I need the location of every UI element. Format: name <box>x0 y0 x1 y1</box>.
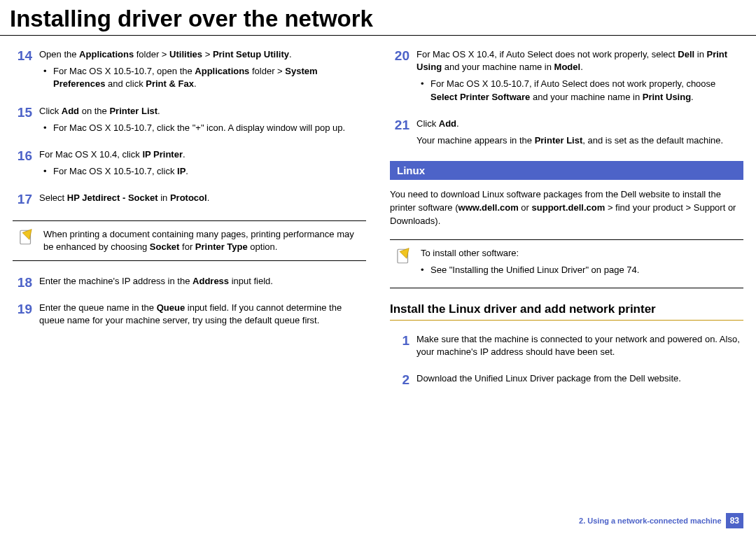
step-14: 14 Open the Applications folder > Utilit… <box>13 48 366 95</box>
footer-page-number: 83 <box>726 513 743 528</box>
step-body: Download the Unified Linux Driver packag… <box>416 372 743 389</box>
step-15: 15 Click Add on the Printer List. • For … <box>13 105 366 139</box>
bullet-dot: • <box>43 65 48 90</box>
step-body: Click Add on the Printer List. • For Mac… <box>39 105 366 139</box>
step-text: For Mac OS X 10.4, if Auto Select does n… <box>416 48 743 73</box>
step-body: Make sure that the machine is connected … <box>416 333 743 363</box>
linux-step-1: 1 Make sure that the machine is connecte… <box>390 333 743 363</box>
bullet-text: See "Installing the Unified Linux Driver… <box>430 264 639 276</box>
note-box: When printing a document containing many… <box>13 220 366 261</box>
step-number: 18 <box>13 275 32 292</box>
step-number: 20 <box>390 48 410 108</box>
step-body: Enter the queue name in the Queue input … <box>39 302 366 331</box>
step-number: 2 <box>390 372 410 389</box>
step-body: Select HP Jetdirect - Socket in Protocol… <box>39 192 366 209</box>
bullet-item: • For Mac OS X 10.5-10.7, click the "+" … <box>43 122 366 134</box>
step-number: 21 <box>390 118 410 151</box>
step-text: Open the Applications folder > Utilities… <box>39 48 366 61</box>
step-body: Click Add. Your machine appears in the P… <box>416 118 743 151</box>
right-column: 20 For Mac OS X 10.4, if Auto Select doe… <box>390 48 743 400</box>
intro-paragraph: You need to download Linux software pack… <box>390 188 743 228</box>
bullet-dot: • <box>43 122 48 134</box>
step-body: For Mac OS X 10.4, if Auto Select does n… <box>416 48 743 108</box>
step-text: Click Add. <box>416 118 743 130</box>
bullet-item: • See "Installing the Unified Linux Driv… <box>421 264 739 276</box>
bullet-text: For Mac OS X 10.5-10.7, open the Applica… <box>53 65 366 90</box>
subheading-install-linux: Install the Linux driver and add network… <box>390 302 743 321</box>
step-20: 20 For Mac OS X 10.4, if Auto Select doe… <box>390 48 743 108</box>
step-text: Download the Unified Linux Driver packag… <box>416 372 743 385</box>
step-16: 16 For Mac OS X 10.4, click IP Printer. … <box>13 148 366 182</box>
bullet-item: • For Mac OS X 10.5-10.7, open the Appli… <box>43 65 366 90</box>
section-heading-linux: Linux <box>390 161 743 180</box>
page-footer: 2. Using a network-connected machine 83 <box>579 513 743 528</box>
step-text: Your machine appears in the Printer List… <box>416 134 743 147</box>
note-icon <box>394 247 412 265</box>
note-text: To install other software: • See "Instal… <box>421 247 739 281</box>
bullet-item: • For Mac OS X 10.5-10.7, if Auto Select… <box>421 78 743 103</box>
linux-step-2: 2 Download the Unified Linux Driver pack… <box>390 372 743 389</box>
step-text: Make sure that the machine is connected … <box>416 333 743 358</box>
step-19: 19 Enter the queue name in the Queue inp… <box>13 302 366 331</box>
note-text: When printing a document containing many… <box>43 228 362 253</box>
footer-chapter: 2. Using a network-connected machine <box>579 517 726 525</box>
left-column: 14 Open the Applications folder > Utilit… <box>13 48 366 400</box>
step-number: 19 <box>13 302 32 331</box>
step-number: 14 <box>13 48 32 95</box>
step-text: Click Add on the Printer List. <box>39 105 366 118</box>
step-text: Select HP Jetdirect - Socket in Protocol… <box>39 192 366 204</box>
bullet-item: • For Mac OS X 10.5-10.7, click IP. <box>43 165 366 178</box>
note-box: To install other software: • See "Instal… <box>390 239 743 288</box>
step-17: 17 Select HP Jetdirect - Socket in Proto… <box>13 192 366 209</box>
step-text: For Mac OS X 10.4, click IP Printer. <box>39 148 366 161</box>
step-number: 17 <box>13 192 32 209</box>
page-title: Installing driver over the network <box>0 0 756 36</box>
bullet-dot: • <box>421 264 425 276</box>
step-number: 1 <box>390 333 410 363</box>
step-body: Open the Applications folder > Utilities… <box>39 48 366 95</box>
bullet-dot: • <box>421 78 425 103</box>
step-body: Enter the machine's IP address in the Ad… <box>39 275 366 292</box>
step-text: Enter the machine's IP address in the Ad… <box>39 275 366 288</box>
step-18: 18 Enter the machine's IP address in the… <box>13 275 366 292</box>
note-icon <box>17 228 35 246</box>
step-21: 21 Click Add. Your machine appears in th… <box>390 118 743 151</box>
step-text: Enter the queue name in the Queue input … <box>39 302 366 327</box>
bullet-text: For Mac OS X 10.5-10.7, click IP. <box>53 165 188 178</box>
bullet-text: For Mac OS X 10.5-10.7, if Auto Select d… <box>430 78 743 103</box>
content-columns: 14 Open the Applications folder > Utilit… <box>0 36 756 400</box>
step-number: 15 <box>13 105 32 139</box>
step-number: 16 <box>13 148 32 182</box>
bullet-dot: • <box>43 165 48 178</box>
bullet-text: For Mac OS X 10.5-10.7, click the "+" ic… <box>53 122 345 134</box>
step-body: For Mac OS X 10.4, click IP Printer. • F… <box>39 148 366 182</box>
